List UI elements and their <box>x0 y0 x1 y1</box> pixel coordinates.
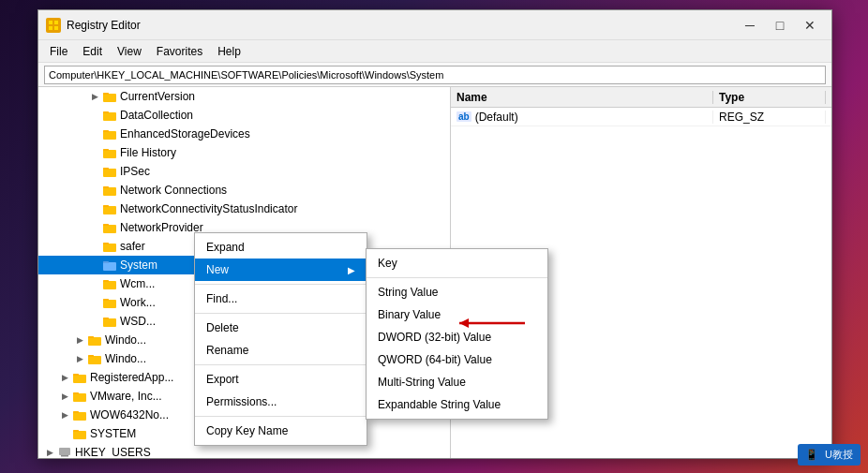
expand-arrow: ▶ <box>57 389 72 404</box>
submenu-string[interactable]: String Value <box>367 281 547 303</box>
folder-icon <box>87 351 102 366</box>
tree-item-networkconnectivity[interactable]: ▶ NetworkConnectivityStatusIndicator <box>38 200 450 218</box>
tree-label: WOW6432No... <box>90 408 169 421</box>
watermark-icon: 📱 <box>805 449 818 460</box>
svg-rect-15 <box>103 186 109 188</box>
folder-icon <box>72 389 87 404</box>
svg-rect-1 <box>54 21 58 24</box>
reg-row-default[interactable]: ab (Default) REG_SZ <box>451 108 831 126</box>
expand-arrow: ▶ <box>72 333 87 347</box>
tree-label: VMware, Inc... <box>90 390 162 403</box>
tree-item-currentversion[interactable]: ▶ CurrentVersion <box>38 87 450 106</box>
svg-rect-18 <box>103 225 116 233</box>
svg-rect-42 <box>59 448 70 455</box>
ctx-delete[interactable]: Delete <box>195 317 367 339</box>
menu-view[interactable]: View <box>110 43 149 60</box>
menu-file[interactable]: File <box>42 43 75 60</box>
folder-icon <box>102 108 117 123</box>
svg-rect-29 <box>103 318 109 319</box>
ctx-export[interactable]: Export <box>195 368 367 391</box>
svg-rect-14 <box>103 187 116 196</box>
folder-icon <box>102 201 117 216</box>
svg-rect-27 <box>103 299 109 301</box>
svg-rect-31 <box>88 336 94 338</box>
ab-icon: ab <box>456 111 471 122</box>
expand-arrow: ▶ <box>57 407 72 422</box>
ctx-new-label: New <box>206 263 229 276</box>
folder-icon <box>102 220 117 235</box>
ctx-expand[interactable]: Expand <box>195 236 367 259</box>
reg-cell-name: ab (Default) <box>451 111 713 124</box>
svg-rect-22 <box>103 262 116 271</box>
tree-item-filehistory[interactable]: ▶ File History <box>38 143 450 162</box>
folder-icon <box>72 407 87 422</box>
tree-label: System <box>120 259 157 272</box>
menu-help[interactable]: Help <box>210 43 248 60</box>
svg-rect-34 <box>73 375 86 383</box>
window-title: Registry Editor <box>67 19 736 32</box>
svg-rect-17 <box>103 205 109 207</box>
submenu-qword[interactable]: QWORD (64-bit) Value <box>367 348 547 371</box>
svg-rect-2 <box>49 26 52 30</box>
svg-rect-41 <box>73 430 79 432</box>
svg-rect-33 <box>88 355 94 357</box>
tree-label: NetworkProvider <box>120 221 203 234</box>
submenu-dword[interactable]: DWORD (32-bit) Value <box>367 326 547 348</box>
svg-rect-40 <box>73 431 86 439</box>
menu-favorites[interactable]: Favorites <box>149 43 210 60</box>
ctx-separator-2 <box>195 313 367 314</box>
submenu-expandstring[interactable]: Expandable String Value <box>367 393 547 416</box>
tree-label: Wcm... <box>120 277 155 290</box>
folder-icon <box>102 164 117 179</box>
registry-header: Name Type Data <box>451 87 831 108</box>
svg-rect-25 <box>103 280 109 282</box>
ctx-separator-4 <box>195 416 367 417</box>
svg-rect-36 <box>73 393 86 402</box>
maximize-button[interactable]: □ <box>766 15 794 36</box>
svg-rect-39 <box>73 411 79 413</box>
ctx-find[interactable]: Find... <box>195 288 367 310</box>
submenu-key[interactable]: Key <box>367 252 547 274</box>
folder-icon <box>102 145 117 160</box>
folder-icon <box>102 314 117 329</box>
svg-rect-32 <box>88 356 101 364</box>
expand-arrow: ▶ <box>57 370 72 385</box>
svg-rect-37 <box>73 392 79 394</box>
folder-icon <box>102 276 117 291</box>
submenu-binary[interactable]: Binary Value <box>367 303 547 326</box>
submenu-multistring[interactable]: Multi-String Value <box>367 371 547 393</box>
tree-item-ipsec[interactable]: ▶ IPSec <box>38 162 450 181</box>
svg-rect-43 <box>61 455 68 457</box>
ctx-rename[interactable]: Rename <box>195 339 367 362</box>
ctx-new[interactable]: New ▶ <box>195 259 367 281</box>
tree-label: Windo... <box>105 333 146 347</box>
svg-rect-26 <box>103 300 116 308</box>
svg-rect-5 <box>103 93 109 95</box>
context-menu: Expand New ▶ Find... Delete Rename Expor… <box>194 232 367 446</box>
window-controls: ─ □ ✕ <box>736 15 824 36</box>
folder-icon <box>102 295 117 310</box>
svg-rect-28 <box>103 318 116 327</box>
close-button[interactable]: ✕ <box>796 15 824 36</box>
folder-icon <box>72 426 87 441</box>
minimize-button[interactable]: ─ <box>736 15 764 36</box>
tree-item-networkconnections[interactable]: ▶ Network Connections <box>38 181 450 200</box>
svg-rect-8 <box>103 131 116 140</box>
address-input[interactable] <box>44 66 826 84</box>
svg-rect-13 <box>103 168 109 170</box>
reg-name-label: (Default) <box>475 111 518 124</box>
menu-edit[interactable]: Edit <box>75 43 110 60</box>
tree-item-datacollection[interactable]: ▶ DataCollection <box>38 106 450 125</box>
tree-item-enhancedstorage[interactable]: ▶ EnhancedStorageDevices <box>38 125 450 143</box>
tree-label: Windo... <box>105 352 146 365</box>
folder-icon <box>102 126 117 141</box>
watermark-text: U教授 <box>825 449 853 460</box>
ctx-separator-1 <box>195 284 367 285</box>
ctx-copykeyname[interactable]: Copy Key Name <box>195 420 367 442</box>
tree-label: IPSec <box>120 165 150 178</box>
svg-rect-6 <box>103 112 116 121</box>
tree-label: RegisteredApp... <box>90 371 173 384</box>
ctx-permissions[interactable]: Permissions... <box>195 391 367 413</box>
tree-label: File History <box>120 146 176 159</box>
col-name: Name <box>451 91 713 104</box>
